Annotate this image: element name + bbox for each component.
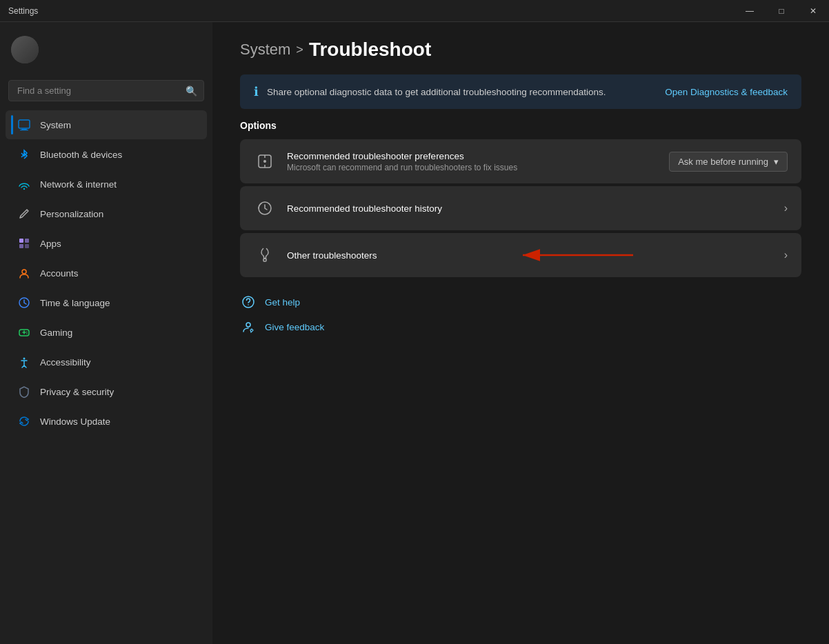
breadcrumb-parent[interactable]: System	[240, 41, 290, 59]
svg-point-27	[246, 323, 250, 327]
breadcrumb: System > Troubleshoot	[240, 39, 801, 61]
breadcrumb-current: Troubleshoot	[309, 39, 431, 61]
sidebar-label-apps: Apps	[40, 239, 196, 249]
chevron-down-icon: ▾	[774, 157, 779, 167]
options-section: Options Recommended troubleshooter prefe…	[212, 120, 829, 277]
options-title: Options	[240, 120, 801, 131]
svg-rect-0	[19, 120, 30, 128]
sidebar-item-system[interactable]: System	[6, 110, 207, 139]
chevron-right-icon2: ›	[784, 249, 788, 261]
sidebar-item-update[interactable]: Windows Update	[6, 407, 207, 436]
other-troubleshooters-icon	[254, 244, 276, 266]
svg-rect-23	[263, 259, 266, 261]
sidebar-item-network[interactable]: Network & internet	[6, 170, 207, 199]
help-links: Get help Give feedback	[212, 280, 829, 349]
personalization-icon	[17, 206, 32, 221]
recommended-prefs-title: Recommended troubleshooter preferences	[287, 151, 669, 161]
gaming-icon	[17, 325, 32, 340]
app-title: Settings	[8, 6, 38, 16]
network-icon	[17, 177, 32, 192]
sidebar-label-update: Windows Update	[40, 416, 196, 427]
sidebar-label-system: System	[40, 120, 196, 130]
option-recommended-preferences[interactable]: Recommended troubleshooter preferences M…	[240, 139, 801, 183]
content-header: System > Troubleshoot	[212, 22, 829, 74]
update-icon	[17, 414, 32, 429]
give-feedback-label: Give feedback	[265, 322, 324, 332]
user-profile	[0, 28, 212, 72]
sidebar-label-accounts: Accounts	[40, 268, 196, 279]
sidebar-item-accessibility[interactable]: Accessibility	[6, 348, 207, 376]
accounts-icon	[17, 265, 32, 281]
svg-point-26	[248, 304, 249, 305]
main-content: System > Troubleshoot ℹ Share optional d…	[212, 22, 829, 644]
recommended-prefs-right: Ask me before running ▾	[669, 152, 788, 172]
other-troubleshooters-title: Other troubleshooters	[287, 250, 784, 261]
other-troubleshooters-text: Other troubleshooters	[287, 250, 784, 261]
svg-rect-2	[20, 130, 28, 130]
bluetooth-icon	[17, 147, 32, 162]
dropdown-label: Ask me before running	[678, 157, 768, 167]
sidebar-label-network: Network & internet	[40, 179, 196, 190]
info-banner-text: Share optional diagnostic data to get ad…	[267, 87, 606, 97]
titlebar: Settings — □ ✕	[0, 0, 829, 22]
sidebar-item-personalization[interactable]: Personalization	[6, 199, 207, 228]
system-icon	[17, 117, 32, 132]
svg-rect-7	[25, 239, 29, 243]
sidebar-label-privacy: Privacy & security	[40, 387, 196, 397]
privacy-icon	[17, 384, 32, 399]
sidebar-item-time[interactable]: Time & language	[6, 288, 207, 317]
apps-icon	[17, 236, 32, 251]
svg-rect-8	[19, 244, 23, 248]
get-help-link[interactable]: Get help	[240, 294, 801, 310]
sidebar-label-bluetooth: Bluetooth & devices	[40, 150, 196, 160]
search-icon: 🔍	[186, 85, 197, 97]
sidebar-item-bluetooth[interactable]: Bluetooth & devices	[6, 140, 207, 169]
svg-point-5	[23, 188, 25, 190]
search-input[interactable]	[8, 80, 204, 101]
sidebar-item-gaming[interactable]: Gaming	[6, 318, 207, 347]
sidebar-label-accessibility: Accessibility	[40, 357, 196, 368]
close-button[interactable]: ✕	[797, 0, 829, 22]
avatar	[11, 36, 39, 63]
recommended-history-icon	[254, 197, 276, 219]
recommended-history-text: Recommended troubleshooter history	[287, 203, 784, 214]
svg-point-10	[22, 270, 26, 274]
sidebar-nav: System Bluetooth & devices Network & int…	[0, 110, 212, 436]
minimize-button[interactable]: —	[734, 0, 766, 22]
sidebar-item-apps[interactable]: Apps	[6, 229, 207, 258]
sidebar-label-personalization: Personalization	[40, 209, 196, 219]
app-window: 🔍 System Bluetooth & devices	[0, 22, 829, 644]
svg-point-17	[23, 358, 26, 360]
option-other-troubleshooters[interactable]: Other troubleshooters ›	[240, 233, 801, 277]
other-troubleshooters-right: ›	[784, 249, 788, 261]
svg-rect-9	[25, 244, 29, 248]
info-banner: ℹ Share optional diagnostic data to get …	[240, 74, 801, 109]
accessibility-icon	[17, 354, 32, 370]
sidebar-label-gaming: Gaming	[40, 328, 196, 338]
ask-before-running-dropdown[interactable]: Ask me before running ▾	[669, 152, 788, 172]
info-banner-content: ℹ Share optional diagnostic data to get …	[254, 84, 606, 99]
option-recommended-history[interactable]: Recommended troubleshooter history ›	[240, 186, 801, 230]
get-help-label: Get help	[265, 297, 300, 308]
svg-point-16	[26, 333, 28, 334]
open-diagnostics-link[interactable]: Open Diagnostics & feedback	[665, 87, 788, 97]
recommended-prefs-desc: Microsoft can recommend and run troubles…	[287, 163, 669, 172]
search-box: 🔍	[8, 80, 204, 101]
svg-rect-6	[19, 239, 23, 243]
maximize-button[interactable]: □	[766, 0, 797, 22]
recommended-history-right: ›	[784, 202, 788, 214]
chevron-right-icon: ›	[784, 202, 788, 214]
sidebar-item-privacy[interactable]: Privacy & security	[6, 377, 207, 406]
svg-point-19	[263, 160, 266, 163]
get-help-icon	[240, 294, 257, 310]
avatar-image	[11, 36, 39, 63]
window-controls: — □ ✕	[734, 0, 829, 22]
give-feedback-icon	[240, 319, 257, 335]
sidebar-item-accounts[interactable]: Accounts	[6, 259, 207, 288]
sidebar: 🔍 System Bluetooth & devices	[0, 22, 212, 644]
recommended-prefs-text: Recommended troubleshooter preferences M…	[287, 151, 669, 172]
give-feedback-link[interactable]: Give feedback	[240, 319, 801, 335]
info-icon: ℹ	[254, 84, 259, 99]
breadcrumb-separator: >	[296, 43, 303, 57]
time-icon	[17, 295, 32, 310]
